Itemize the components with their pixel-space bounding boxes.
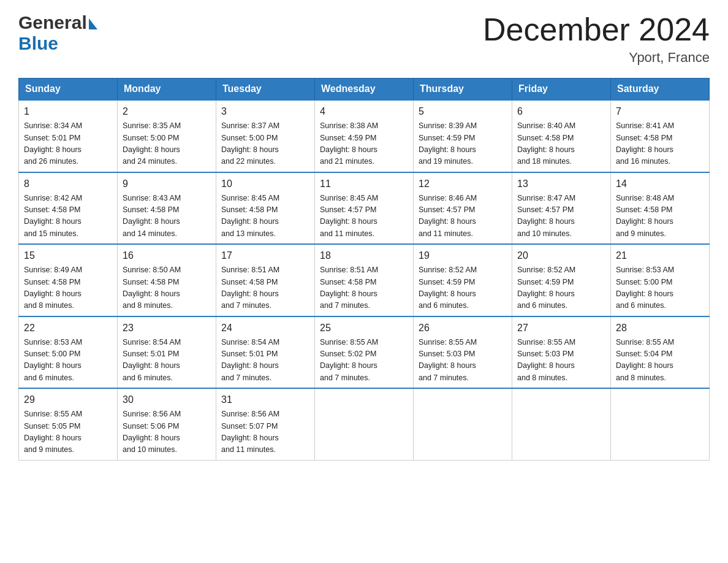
day-info: Sunrise: 8:48 AMSunset: 4:58 PMDaylight:… xyxy=(616,193,704,240)
day-info: Sunrise: 8:45 AMSunset: 4:58 PMDaylight:… xyxy=(221,193,309,240)
calendar-weekday-saturday: Saturday xyxy=(611,79,710,101)
day-info: Sunrise: 8:55 AMSunset: 5:04 PMDaylight:… xyxy=(616,337,704,385)
calendar-cell: 30Sunrise: 8:56 AMSunset: 5:06 PMDayligh… xyxy=(118,388,216,460)
calendar-cell: 8Sunrise: 8:42 AMSunset: 4:58 PMDaylight… xyxy=(19,172,118,245)
day-info: Sunrise: 8:55 AMSunset: 5:03 PMDaylight:… xyxy=(517,337,605,385)
day-number: 23 xyxy=(123,321,211,335)
calendar-cell: 21Sunrise: 8:53 AMSunset: 5:00 PMDayligh… xyxy=(611,244,710,316)
calendar-cell: 4Sunrise: 8:38 AMSunset: 4:59 PMDaylight… xyxy=(315,100,414,172)
calendar-cell xyxy=(414,388,512,460)
day-number: 8 xyxy=(24,177,112,191)
calendar-cell: 24Sunrise: 8:54 AMSunset: 5:01 PMDayligh… xyxy=(216,316,315,389)
day-number: 2 xyxy=(123,104,211,119)
day-number: 12 xyxy=(419,177,507,191)
day-number: 6 xyxy=(517,104,605,119)
day-info: Sunrise: 8:53 AMSunset: 5:00 PMDaylight:… xyxy=(616,264,704,312)
logo-blue: Blue xyxy=(18,33,58,53)
day-number: 29 xyxy=(24,393,112,407)
day-number: 28 xyxy=(616,321,704,335)
calendar-cell: 31Sunrise: 8:56 AMSunset: 5:07 PMDayligh… xyxy=(216,388,315,460)
day-number: 25 xyxy=(320,321,408,335)
location: Yport, France xyxy=(483,50,710,66)
day-info: Sunrise: 8:56 AMSunset: 5:07 PMDaylight:… xyxy=(221,408,309,456)
calendar-cell: 12Sunrise: 8:46 AMSunset: 4:57 PMDayligh… xyxy=(414,172,512,245)
calendar-weekday-thursday: Thursday xyxy=(414,79,512,101)
day-info: Sunrise: 8:47 AMSunset: 4:57 PMDaylight:… xyxy=(517,193,605,240)
day-number: 15 xyxy=(24,248,112,263)
day-number: 20 xyxy=(517,248,605,263)
calendar-cell xyxy=(315,388,414,460)
calendar-cell: 9Sunrise: 8:43 AMSunset: 4:58 PMDaylight… xyxy=(118,172,216,245)
calendar-week-row-2: 8Sunrise: 8:42 AMSunset: 4:58 PMDaylight… xyxy=(19,172,710,245)
day-number: 19 xyxy=(419,248,507,263)
calendar-cell: 19Sunrise: 8:52 AMSunset: 4:59 PMDayligh… xyxy=(414,244,512,316)
calendar-cell: 27Sunrise: 8:55 AMSunset: 5:03 PMDayligh… xyxy=(512,316,611,389)
calendar-weekday-tuesday: Tuesday xyxy=(216,79,315,101)
day-info: Sunrise: 8:52 AMSunset: 4:59 PMDaylight:… xyxy=(517,264,605,312)
calendar-cell: 11Sunrise: 8:45 AMSunset: 4:57 PMDayligh… xyxy=(315,172,414,245)
calendar-cell: 15Sunrise: 8:49 AMSunset: 4:58 PMDayligh… xyxy=(19,244,118,316)
calendar-cell: 6Sunrise: 8:40 AMSunset: 4:58 PMDaylight… xyxy=(512,100,611,172)
calendar-cell: 25Sunrise: 8:55 AMSunset: 5:02 PMDayligh… xyxy=(315,316,414,389)
day-info: Sunrise: 8:55 AMSunset: 5:02 PMDaylight:… xyxy=(320,337,408,385)
day-number: 26 xyxy=(419,321,507,335)
calendar-cell xyxy=(512,388,611,460)
calendar-week-row-5: 29Sunrise: 8:55 AMSunset: 5:05 PMDayligh… xyxy=(19,388,710,460)
day-number: 24 xyxy=(221,321,309,335)
calendar-cell: 17Sunrise: 8:51 AMSunset: 4:58 PMDayligh… xyxy=(216,244,315,316)
day-info: Sunrise: 8:45 AMSunset: 4:57 PMDaylight:… xyxy=(320,193,408,240)
day-info: Sunrise: 8:35 AMSunset: 5:00 PMDaylight:… xyxy=(123,120,211,168)
day-number: 17 xyxy=(221,248,309,263)
day-number: 27 xyxy=(517,321,605,335)
day-number: 30 xyxy=(123,393,211,407)
day-number: 1 xyxy=(24,104,112,119)
logo-arrow-icon xyxy=(89,18,97,29)
calendar-cell: 29Sunrise: 8:55 AMSunset: 5:05 PMDayligh… xyxy=(19,388,118,460)
day-number: 7 xyxy=(616,104,704,119)
day-info: Sunrise: 8:56 AMSunset: 5:06 PMDaylight:… xyxy=(123,408,211,456)
day-number: 31 xyxy=(221,393,309,407)
day-info: Sunrise: 8:41 AMSunset: 4:58 PMDaylight:… xyxy=(616,120,704,168)
calendar-cell: 22Sunrise: 8:53 AMSunset: 5:00 PMDayligh… xyxy=(19,316,118,389)
calendar-week-row-4: 22Sunrise: 8:53 AMSunset: 5:00 PMDayligh… xyxy=(19,316,710,389)
calendar-cell: 20Sunrise: 8:52 AMSunset: 4:59 PMDayligh… xyxy=(512,244,611,316)
calendar-table: SundayMondayTuesdayWednesdayThursdayFrid… xyxy=(18,78,710,461)
calendar-cell: 2Sunrise: 8:35 AMSunset: 5:00 PMDaylight… xyxy=(118,100,216,172)
day-number: 13 xyxy=(517,177,605,191)
calendar-header-row: SundayMondayTuesdayWednesdayThursdayFrid… xyxy=(19,79,710,101)
day-number: 9 xyxy=(123,177,211,191)
calendar-weekday-friday: Friday xyxy=(512,79,611,101)
day-number: 3 xyxy=(221,104,309,119)
day-info: Sunrise: 8:38 AMSunset: 4:59 PMDaylight:… xyxy=(320,120,408,168)
day-info: Sunrise: 8:55 AMSunset: 5:05 PMDaylight:… xyxy=(24,408,112,456)
day-info: Sunrise: 8:43 AMSunset: 4:58 PMDaylight:… xyxy=(123,193,211,240)
month-title: December 2024 xyxy=(483,12,710,47)
day-number: 10 xyxy=(221,177,309,191)
day-info: Sunrise: 8:55 AMSunset: 5:03 PMDaylight:… xyxy=(419,337,507,385)
calendar-weekday-monday: Monday xyxy=(118,79,216,101)
day-info: Sunrise: 8:46 AMSunset: 4:57 PMDaylight:… xyxy=(419,193,507,240)
calendar-cell: 1Sunrise: 8:34 AMSunset: 5:01 PMDaylight… xyxy=(19,100,118,172)
day-info: Sunrise: 8:39 AMSunset: 4:59 PMDaylight:… xyxy=(419,120,507,168)
day-number: 4 xyxy=(320,104,408,119)
calendar-cell: 26Sunrise: 8:55 AMSunset: 5:03 PMDayligh… xyxy=(414,316,512,389)
day-info: Sunrise: 8:49 AMSunset: 4:58 PMDaylight:… xyxy=(24,264,112,312)
calendar-cell: 3Sunrise: 8:37 AMSunset: 5:00 PMDaylight… xyxy=(216,100,315,172)
calendar-cell: 23Sunrise: 8:54 AMSunset: 5:01 PMDayligh… xyxy=(118,316,216,389)
day-info: Sunrise: 8:54 AMSunset: 5:01 PMDaylight:… xyxy=(123,337,211,385)
day-number: 16 xyxy=(123,248,211,263)
day-info: Sunrise: 8:53 AMSunset: 5:00 PMDaylight:… xyxy=(24,337,112,385)
day-number: 22 xyxy=(24,321,112,335)
day-number: 21 xyxy=(616,248,704,263)
day-info: Sunrise: 8:42 AMSunset: 4:58 PMDaylight:… xyxy=(24,193,112,240)
calendar-cell: 5Sunrise: 8:39 AMSunset: 4:59 PMDaylight… xyxy=(414,100,512,172)
calendar-cell: 16Sunrise: 8:50 AMSunset: 4:58 PMDayligh… xyxy=(118,244,216,316)
day-info: Sunrise: 8:51 AMSunset: 4:58 PMDaylight:… xyxy=(221,264,309,312)
calendar-cell: 10Sunrise: 8:45 AMSunset: 4:58 PMDayligh… xyxy=(216,172,315,245)
calendar-cell: 14Sunrise: 8:48 AMSunset: 4:58 PMDayligh… xyxy=(611,172,710,245)
logo: General Blue xyxy=(18,12,97,54)
page-header: General Blue December 2024 Yport, France xyxy=(18,12,710,66)
day-info: Sunrise: 8:54 AMSunset: 5:01 PMDaylight:… xyxy=(221,337,309,385)
day-number: 18 xyxy=(320,248,408,263)
calendar-cell: 28Sunrise: 8:55 AMSunset: 5:04 PMDayligh… xyxy=(611,316,710,389)
